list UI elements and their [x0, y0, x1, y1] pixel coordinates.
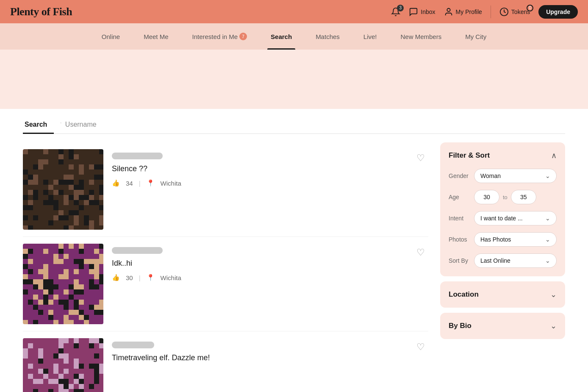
bio-panel: By Bio ⌄: [440, 313, 565, 339]
content-layout: Silence ?? 👍 34 | 📍 Wichita ♡: [23, 142, 565, 392]
gender-select[interactable]: Woman ⌄: [474, 169, 557, 183]
age-label: Age: [449, 194, 470, 200]
nav-item-matches[interactable]: Matches: [304, 23, 352, 50]
location-2: Wichita: [161, 274, 181, 281]
tab-search[interactable]: Search: [23, 117, 54, 133]
like-icon-1: 👍: [112, 179, 120, 187]
nav-item-interested-in-me[interactable]: Interested in Me 7: [180, 23, 259, 50]
tokens-badge: 0: [527, 5, 533, 11]
results-list: Silence ?? 👍 34 | 📍 Wichita ♡: [23, 142, 428, 392]
main-content: Search · Username Silence ?? 👍 34: [6, 109, 582, 392]
nav-item-my-city[interactable]: My City: [453, 23, 498, 50]
header-divider: [491, 6, 491, 18]
nav-item-meet-me[interactable]: Meet Me: [132, 23, 180, 50]
like-icon-2: 👍: [112, 274, 120, 281]
filter-collapse-button[interactable]: ∧: [551, 151, 557, 160]
interested-badge: 7: [239, 33, 247, 40]
location-panel: Location ⌄: [440, 281, 565, 308]
inbox-icon: [409, 7, 418, 17]
table-row: Silence ?? 👍 34 | 📍 Wichita ♡: [23, 142, 428, 237]
main-header: Plenty of Fish 3 Inbox My Profile: [0, 0, 588, 23]
photo-canvas-2: [23, 244, 103, 324]
photo-canvas-3: [23, 338, 103, 392]
result-info-2: Idk..hi 👍 30 | 📍 Wichita: [112, 244, 428, 281]
intent-chevron-icon: ⌄: [545, 215, 550, 222]
age-1: 34: [126, 180, 133, 187]
filter-row-intent: Intent I want to date ... ⌄: [449, 211, 557, 225]
username-bar-2: [112, 247, 163, 254]
filter-row-age: Age to: [449, 190, 557, 204]
notifications-badge: 3: [397, 5, 404, 11]
nav-item-search[interactable]: Search: [259, 23, 304, 50]
bio-title: By Bio: [449, 322, 472, 330]
age-to-label: to: [503, 194, 508, 200]
table-row: Idk..hi 👍 30 | 📍 Wichita ♡: [23, 237, 428, 331]
site-logo: Plenty of Fish: [10, 6, 72, 18]
sidebar: Filter & Sort ∧ Gender Woman ⌄ Age: [440, 142, 565, 339]
tab-username[interactable]: Username: [64, 117, 103, 133]
bio-collapse-button[interactable]: ⌄: [550, 321, 557, 331]
like-button-1[interactable]: ♡: [416, 153, 425, 164]
profile-icon: [444, 7, 453, 17]
location-1: Wichita: [161, 180, 181, 187]
profile-label: My Profile: [456, 8, 482, 15]
main-nav: Online Meet Me Interested in Me 7 Search…: [0, 23, 588, 50]
tab-separator: ·: [60, 119, 61, 132]
sort-chevron-icon: ⌄: [545, 257, 550, 264]
photos-select[interactable]: Has Photos ⌄: [474, 232, 557, 247]
location-icon-1: 📍: [147, 179, 155, 187]
profile-photo-3: [23, 338, 103, 392]
intent-value: I want to date ...: [480, 215, 523, 222]
username-bar-3: [112, 342, 154, 348]
age-from-input[interactable]: [474, 190, 499, 204]
sort-select[interactable]: Last Online ⌄: [474, 253, 557, 268]
filter-row-gender: Gender Woman ⌄: [449, 169, 557, 183]
like-button-3[interactable]: ♡: [416, 342, 425, 353]
result-info-1: Silence ?? 👍 34 | 📍 Wichita: [112, 149, 428, 187]
nav-item-online[interactable]: Online: [90, 23, 132, 50]
location-collapse-button[interactable]: ⌄: [550, 290, 557, 299]
profile-photo-1: [23, 149, 103, 230]
location-header: Location ⌄: [449, 290, 557, 299]
result-meta-2: 👍 30 | 📍 Wichita: [112, 274, 428, 281]
banner-area: [0, 50, 588, 109]
header-right: 3 Inbox My Profile Tokens 0 Upgrade: [391, 5, 578, 19]
age-range: to: [474, 190, 557, 204]
filter-title: Filter & Sort: [449, 151, 490, 160]
profile-photo-2: [23, 244, 103, 324]
svg-point-0: [447, 8, 450, 11]
age-to-input[interactable]: [511, 190, 536, 204]
result-info-3: Timetraveling elf. Dazzle me!: [112, 338, 428, 368]
intent-select[interactable]: I want to date ... ⌄: [474, 211, 557, 225]
inbox-label: Inbox: [421, 8, 435, 15]
location-title: Location: [449, 290, 479, 299]
tokens-button[interactable]: Tokens 0: [499, 7, 530, 17]
sort-label: Sort By: [449, 257, 470, 264]
tokens-icon: [499, 7, 509, 17]
photos-label: Photos: [449, 236, 470, 243]
filter-header: Filter & Sort ∧: [449, 151, 557, 160]
notifications-button[interactable]: 3: [391, 7, 400, 17]
result-name-2[interactable]: Idk..hi: [112, 259, 428, 268]
sort-value: Last Online: [480, 257, 510, 264]
profile-button[interactable]: My Profile: [444, 7, 482, 17]
photos-chevron-icon: ⌄: [545, 236, 550, 243]
nav-item-live[interactable]: Live!: [352, 23, 389, 50]
gender-label: Gender: [449, 172, 470, 179]
upgrade-button[interactable]: Upgrade: [538, 5, 578, 19]
filter-row-sort: Sort By Last Online ⌄: [449, 253, 557, 268]
username-bar-1: [112, 153, 163, 159]
location-icon-2: 📍: [147, 274, 155, 281]
result-name-3[interactable]: Timetraveling elf. Dazzle me!: [112, 353, 428, 362]
photo-canvas-1: [23, 149, 103, 230]
filter-row-photos: Photos Has Photos ⌄: [449, 232, 557, 247]
result-name-1[interactable]: Silence ??: [112, 164, 428, 173]
inbox-button[interactable]: Inbox: [409, 7, 435, 17]
like-button-2[interactable]: ♡: [416, 247, 425, 258]
age-2: 30: [126, 274, 133, 281]
search-tabs: Search · Username: [23, 109, 565, 134]
intent-label: Intent: [449, 215, 470, 222]
gender-value: Woman: [480, 172, 501, 179]
filter-panel: Filter & Sort ∧ Gender Woman ⌄ Age: [440, 142, 565, 276]
nav-item-new-members[interactable]: New Members: [389, 23, 454, 50]
